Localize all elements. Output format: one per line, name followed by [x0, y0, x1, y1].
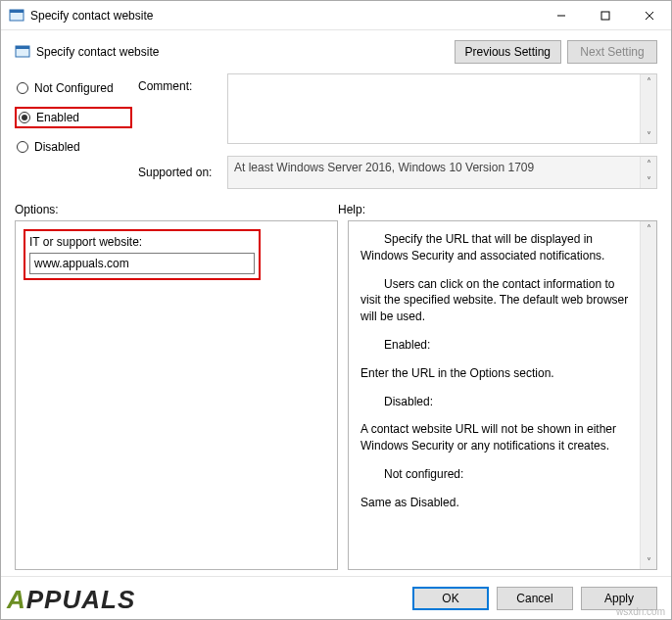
titlebar: Specify contact website — [1, 1, 671, 30]
apply-button[interactable]: Apply — [581, 587, 657, 610]
scroll-down-icon: ˅ — [647, 130, 651, 141]
config-section: Not Configured Enabled Disabled Comment:… — [1, 68, 671, 189]
radio-label: Not Configured — [34, 81, 114, 95]
radio-icon — [17, 141, 28, 153]
scroll-up-icon: ˄ — [647, 76, 651, 87]
supported-on-box: At least Windows Server 2016, Windows 10… — [227, 156, 657, 189]
footer: APPUALS OK Cancel Apply wsxdn.com — [1, 576, 671, 619]
options-panel: IT or support website: — [15, 220, 338, 570]
panel-headers: Options: Help: — [1, 189, 671, 220]
scrollbar[interactable]: ˄ ˅ — [640, 221, 656, 569]
comment-label: Comment: — [138, 73, 221, 93]
panels: IT or support website: Specify the URL t… — [1, 220, 671, 576]
help-text: Specify the URL that will be displayed i… — [349, 221, 656, 533]
scroll-down-icon: ˅ — [647, 556, 651, 567]
radio-not-configured[interactable]: Not Configured — [15, 79, 132, 97]
maximize-button[interactable] — [583, 1, 627, 30]
state-radio-group: Not Configured Enabled Disabled — [15, 73, 132, 156]
next-setting-button[interactable]: Next Setting — [567, 40, 657, 64]
radio-enabled[interactable]: Enabled — [15, 107, 132, 128]
svg-rect-3 — [601, 12, 609, 20]
supported-on-label: Supported on: — [138, 156, 221, 179]
support-website-input[interactable] — [29, 253, 255, 274]
radio-label: Disabled — [34, 140, 80, 154]
options-highlight: IT or support website: — [24, 229, 261, 280]
radio-icon — [17, 82, 28, 94]
scrollbar[interactable]: ˄ ˅ — [640, 157, 656, 188]
options-label: Options: — [15, 203, 338, 216]
window-title: Specify contact website — [30, 9, 153, 23]
app-icon — [9, 8, 24, 24]
comment-textarea[interactable]: ˄ ˅ — [227, 73, 657, 144]
radio-disabled[interactable]: Disabled — [15, 138, 132, 156]
policy-icon — [15, 44, 30, 60]
dialog-window: Specify contact website Specify contact … — [0, 0, 672, 620]
ok-button[interactable]: OK — [412, 587, 489, 610]
watermark: APPUALS — [7, 585, 135, 615]
close-button[interactable] — [627, 1, 671, 30]
supported-on-text: At least Windows Server 2016, Windows 10… — [234, 161, 534, 174]
scroll-up-icon: ˄ — [647, 223, 651, 234]
help-label: Help: — [338, 203, 657, 216]
options-field-label: IT or support website: — [29, 235, 255, 249]
scroll-down-icon: ˅ — [647, 175, 651, 186]
scrollbar[interactable]: ˄ ˅ — [640, 74, 656, 143]
previous-setting-button[interactable]: Previous Setting — [455, 40, 561, 64]
cancel-button[interactable]: Cancel — [497, 587, 573, 610]
radio-label: Enabled — [36, 111, 79, 124]
minimize-button[interactable] — [539, 1, 583, 30]
svg-rect-1 — [10, 10, 24, 13]
radio-icon — [19, 112, 30, 123]
header: Specify contact website Previous Setting… — [1, 30, 671, 68]
header-title: Specify contact website — [36, 45, 159, 59]
svg-rect-7 — [16, 46, 29, 49]
scroll-up-icon: ˄ — [647, 159, 651, 169]
help-panel: Specify the URL that will be displayed i… — [348, 220, 657, 570]
